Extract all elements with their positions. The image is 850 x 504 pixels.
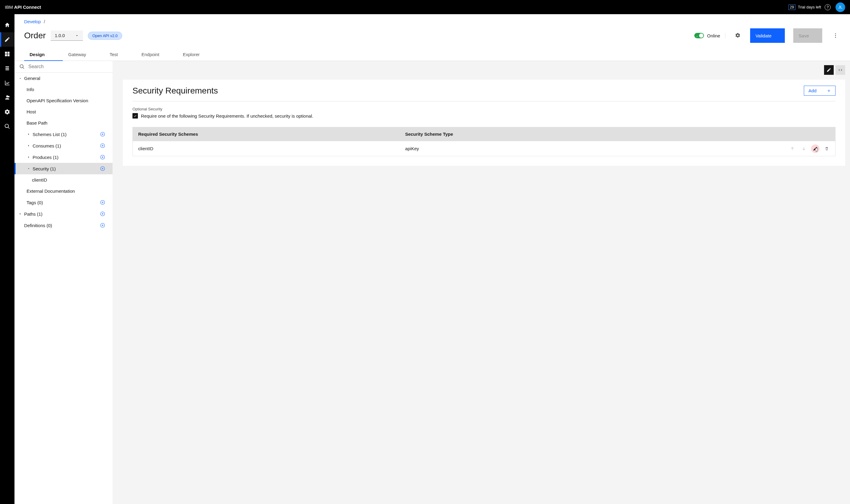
edit-row-button[interactable]	[811, 144, 819, 153]
tree-openapi[interactable]: OpenAPI Specification Version	[15, 95, 112, 106]
check-icon	[134, 114, 137, 118]
table-head: Required Security Schemes Security Schem…	[133, 127, 835, 141]
source-view-button[interactable]	[835, 65, 845, 75]
trial-days-label: Trial days left	[798, 5, 821, 10]
edit-square-icon	[827, 68, 831, 72]
edit-icon	[4, 36, 10, 42]
chart-icon	[4, 80, 10, 86]
add-icon[interactable]	[100, 143, 105, 148]
delete-row-button[interactable]	[822, 144, 831, 153]
tab-endpoint[interactable]: Endpoint	[136, 48, 177, 61]
rail-data[interactable]	[0, 61, 15, 76]
avatar[interactable]: JL	[835, 2, 845, 12]
top-bar: IBM API Connect 29 Trial days left ? JL	[0, 0, 850, 14]
svg-point-0	[835, 34, 836, 34]
tab-test[interactable]: Test	[104, 48, 136, 61]
spec-badge: Open API v2.0	[88, 32, 122, 40]
home-icon	[4, 22, 10, 28]
svg-point-1	[835, 35, 836, 36]
add-icon[interactable]	[100, 222, 105, 228]
breadcrumb-develop[interactable]: Develop	[24, 19, 41, 24]
tree-general[interactable]: General	[15, 73, 112, 84]
arrow-up-icon	[790, 146, 795, 151]
plus-icon	[827, 89, 831, 93]
add-icon[interactable]	[100, 166, 105, 171]
pencil-icon	[813, 146, 818, 151]
tree-basepath[interactable]: Base Path	[15, 117, 112, 128]
rail-develop[interactable]	[0, 32, 15, 47]
data-icon	[4, 66, 10, 71]
rail-members[interactable]	[0, 90, 15, 105]
tree-search	[15, 61, 112, 73]
online-toggle[interactable]	[694, 33, 704, 38]
arrow-down-icon	[801, 146, 806, 151]
table-row: clientID apiKey	[133, 141, 835, 156]
online-label: Online	[707, 33, 720, 38]
tree-security-clientid[interactable]: clientID	[15, 174, 112, 185]
save-button: Save	[793, 28, 822, 43]
code-icon	[838, 68, 843, 72]
search-input[interactable]	[28, 64, 108, 69]
cell-type: apiKey	[400, 141, 788, 156]
tab-gateway[interactable]: Gateway	[63, 48, 104, 61]
require-text: Require one of the following Security Re…	[141, 113, 313, 119]
rail-search[interactable]	[0, 119, 15, 133]
trash-icon	[825, 146, 829, 151]
rail-catalog[interactable]	[0, 47, 15, 61]
tree-security[interactable]: Security (1)	[15, 163, 112, 174]
rail-home[interactable]	[0, 18, 15, 32]
tree-consumes[interactable]: Consumes (1)	[15, 140, 112, 151]
add-icon[interactable]	[100, 131, 105, 137]
main-panel: Security Requirements Add Optional Secur…	[112, 61, 850, 504]
tree-host[interactable]: Host	[15, 106, 112, 117]
online-status: Online	[694, 33, 725, 38]
tree-tags[interactable]: Tags (0)	[15, 197, 112, 208]
require-checkbox[interactable]	[132, 113, 138, 119]
col-required-schemes: Required Security Schemes	[133, 127, 400, 141]
add-button[interactable]: Add	[804, 86, 835, 96]
brand-prefix: IBM	[5, 4, 14, 10]
tab-explorer[interactable]: Explorer	[177, 48, 218, 61]
row-actions	[788, 144, 835, 153]
api-settings-button[interactable]	[735, 33, 741, 39]
validate-button[interactable]: Validate	[750, 28, 785, 43]
overflow-menu[interactable]	[831, 31, 840, 40]
add-icon[interactable]	[100, 155, 105, 160]
search-icon	[4, 123, 10, 129]
tree-paths[interactable]: Paths (1)	[15, 208, 112, 220]
rail-analytics[interactable]	[0, 76, 15, 90]
trial-days: 29 Trial days left	[789, 4, 821, 10]
move-up-button	[788, 144, 797, 153]
page-title: Order	[24, 31, 46, 40]
tree-produces[interactable]: Produces (1)	[15, 151, 112, 163]
tree-extdoc[interactable]: External Documentation	[15, 185, 112, 197]
tree-definitions[interactable]: Definitions (0)	[15, 220, 112, 231]
chevron-down-icon	[75, 34, 79, 37]
page-header: Order 1.0.0 Open API v2.0 Online Validat…	[15, 24, 850, 48]
add-button-label: Add	[808, 88, 816, 93]
brand: IBM API Connect	[5, 4, 41, 10]
col-scheme-type: Security Scheme Type	[400, 127, 835, 141]
tree-info[interactable]: Info	[15, 84, 112, 95]
svg-point-2	[835, 37, 836, 38]
version-select[interactable]: 1.0.0	[51, 31, 83, 41]
gear-icon	[735, 33, 741, 38]
grid-icon	[4, 51, 10, 57]
search-icon	[19, 64, 25, 69]
add-icon[interactable]	[100, 211, 105, 217]
form-view-button[interactable]	[824, 65, 834, 75]
help-icon[interactable]: ?	[825, 4, 831, 10]
brand-name: API Connect	[14, 4, 41, 10]
people-icon	[4, 94, 10, 101]
require-checkbox-row: Require one of the following Security Re…	[132, 113, 835, 119]
panel-toolbar	[123, 65, 845, 75]
kebab-icon	[835, 33, 836, 38]
rail-settings[interactable]	[0, 105, 15, 119]
tab-design[interactable]: Design	[24, 48, 63, 61]
add-icon[interactable]	[100, 200, 105, 205]
trial-days-count: 29	[789, 4, 795, 10]
optional-label: Optional Security	[132, 107, 835, 111]
gear-icon	[4, 109, 10, 115]
content: Develop / Order 1.0.0 Open API v2.0 Onli…	[15, 14, 850, 504]
tree-schemes[interactable]: Schemes List (1)	[15, 128, 112, 140]
